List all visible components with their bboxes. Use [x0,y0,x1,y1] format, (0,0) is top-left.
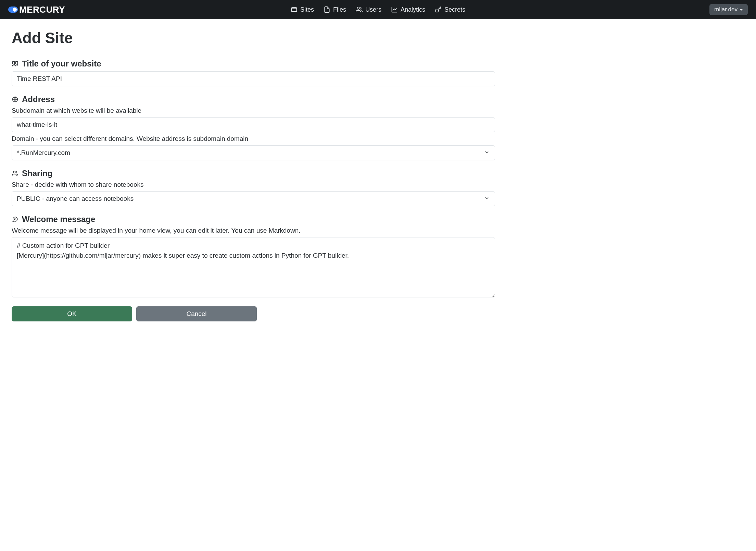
subdomain-input[interactable] [12,117,495,132]
nav-analytics-label: Analytics [401,6,425,13]
nav-files-label: Files [333,6,346,13]
nav-files[interactable]: Files [324,6,346,13]
page-container: Add Site Title of your website Address S… [0,19,507,332]
svg-rect-0 [291,8,297,12]
svg-point-7 [13,171,15,173]
subdomain-help: Subdomain at which website will be avail… [12,107,495,114]
domain-select-value: *.RunMercury.com [17,149,70,156]
address-section-header: Address [12,95,495,104]
title-section-label: Title of your website [22,59,101,69]
nav-sites[interactable]: Sites [291,6,314,13]
sharing-section-header: Sharing [12,169,495,178]
globe-icon [12,96,18,103]
user-dropdown[interactable]: mljar.dev [709,4,748,15]
nav-secrets[interactable]: Secrets [435,6,465,13]
cancel-button[interactable]: Cancel [136,306,257,321]
quote-icon [12,60,18,67]
navbar: MERCURY Sites Files Users Analytics [0,0,756,19]
people-icon [12,170,18,177]
welcome-help: Welcome message will be displayed in you… [12,227,495,234]
sharing-section-label: Sharing [22,169,52,178]
files-icon [324,6,330,13]
share-select[interactable]: PUBLIC - anyone can access notebooks [12,191,495,206]
nav-center: Sites Files Users Analytics Secrets [291,6,465,13]
window-icon [291,6,298,13]
nav-secrets-label: Secrets [444,6,465,13]
analytics-icon [391,6,398,13]
domain-select[interactable]: *.RunMercury.com [12,145,495,160]
welcome-section-header: Welcome message [12,215,495,224]
address-section-label: Address [22,95,55,104]
title-section-header: Title of your website [12,59,495,69]
logo-icon [8,7,18,13]
caret-down-icon [740,9,743,11]
user-dropdown-label: mljar.dev [714,6,738,13]
key-icon [435,6,442,13]
title-input[interactable] [12,71,495,86]
svg-point-2 [357,7,360,10]
welcome-section-label: Welcome message [22,215,95,224]
nav-users[interactable]: Users [356,6,381,13]
nav-users-label: Users [365,6,381,13]
ok-button[interactable]: OK [12,306,132,321]
domain-help: Domain - you can select different domain… [12,135,495,143]
logo[interactable]: MERCURY [8,4,65,15]
share-help: Share - decide with whom to share notebo… [12,181,495,188]
page-title: Add Site [12,29,495,47]
users-icon [356,6,363,13]
nav-analytics[interactable]: Analytics [391,6,425,13]
message-icon [12,216,18,223]
button-row: OK Cancel [12,306,495,321]
welcome-textarea[interactable] [12,237,495,297]
nav-sites-label: Sites [300,6,314,13]
navbar-left: MERCURY [8,4,65,15]
share-select-value: PUBLIC - anyone can access notebooks [17,195,134,202]
logo-text: MERCURY [19,4,65,15]
